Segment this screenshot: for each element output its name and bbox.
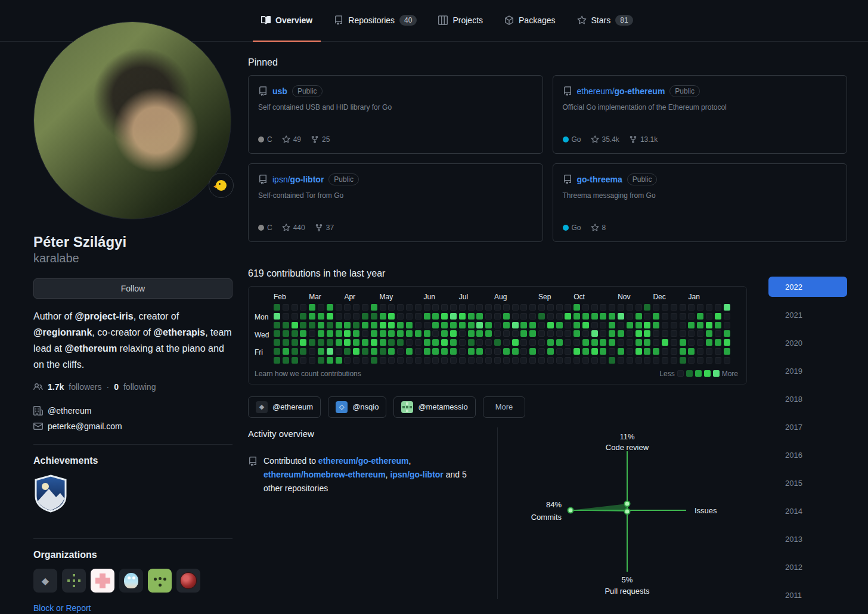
contribution-cell[interactable]	[292, 357, 298, 364]
contribution-cell[interactable]	[424, 330, 430, 337]
contribution-cell[interactable]	[283, 357, 289, 364]
contribution-cell[interactable]	[344, 313, 351, 320]
contribution-cell[interactable]	[459, 330, 466, 337]
contribution-cell[interactable]	[274, 304, 280, 311]
repo-fork-stat[interactable]: 25	[311, 135, 330, 144]
tab-repositories[interactable]: Repositories 40	[326, 0, 425, 42]
contribution-cell[interactable]	[327, 304, 333, 311]
contribution-cell[interactable]	[715, 339, 721, 346]
contribution-cell[interactable]	[336, 304, 342, 311]
contribution-cell[interactable]	[609, 357, 615, 364]
org-avatar-green-face[interactable]	[148, 569, 172, 593]
contribution-cell[interactable]	[636, 339, 642, 346]
tab-packages[interactable]: Packages	[496, 0, 563, 42]
contribution-cell[interactable]	[300, 313, 306, 320]
contribution-cell[interactable]	[397, 304, 404, 311]
contribution-cell[interactable]	[450, 322, 457, 328]
year-2018[interactable]: 2018	[768, 389, 847, 409]
contribution-cell[interactable]	[362, 322, 368, 328]
contribution-cell[interactable]	[459, 304, 466, 311]
following-count[interactable]: 0	[114, 382, 119, 392]
contribution-cell[interactable]	[459, 322, 466, 328]
contribution-cell[interactable]	[450, 339, 457, 346]
contribution-cell[interactable]	[388, 357, 395, 364]
contribution-cell[interactable]	[362, 304, 368, 311]
contribution-cell[interactable]	[450, 313, 457, 320]
contribution-cell[interactable]	[671, 357, 677, 364]
contribution-cell[interactable]	[424, 313, 430, 320]
contribution-cell[interactable]	[336, 357, 342, 364]
contribution-cell[interactable]	[538, 348, 545, 355]
contribution-cell[interactable]	[653, 339, 659, 346]
contribution-cell[interactable]	[636, 313, 642, 320]
contribution-cell[interactable]	[547, 348, 554, 355]
year-2012[interactable]: 2012	[768, 557, 847, 577]
follow-button[interactable]: Follow	[33, 278, 232, 299]
contribution-cell[interactable]	[600, 330, 606, 337]
contribution-cell[interactable]	[485, 339, 492, 346]
contribution-cell[interactable]	[724, 330, 730, 337]
contribution-cell[interactable]	[618, 304, 624, 311]
contribution-cell[interactable]	[547, 313, 554, 320]
contribution-cell[interactable]	[388, 322, 395, 328]
repo-link[interactable]: usb	[272, 86, 287, 96]
contribution-cell[interactable]	[715, 348, 721, 355]
contribution-cell[interactable]	[441, 330, 448, 337]
contribution-cell[interactable]	[353, 357, 359, 364]
contribution-cell[interactable]	[609, 330, 615, 337]
contribution-cell[interactable]	[538, 339, 545, 346]
contribution-cell[interactable]	[476, 322, 483, 328]
contribution-cell[interactable]	[644, 322, 650, 328]
contribution-cell[interactable]	[574, 304, 580, 311]
year-2017[interactable]: 2017	[768, 417, 847, 437]
contribution-cell[interactable]	[538, 330, 545, 337]
contribution-cell[interactable]	[292, 330, 298, 337]
contribution-cell[interactable]	[397, 357, 404, 364]
contribution-cell[interactable]	[476, 357, 483, 364]
org-filter-metamessio[interactable]: @metamessio	[393, 396, 475, 418]
year-2022[interactable]: 2022	[768, 277, 847, 297]
contribution-cell[interactable]	[556, 339, 563, 346]
contribution-cell[interactable]	[724, 313, 730, 320]
contribution-cell[interactable]	[688, 348, 695, 355]
contribution-cell[interactable]	[327, 322, 333, 328]
contribution-cell[interactable]	[582, 348, 589, 355]
contribution-cell[interactable]	[609, 313, 615, 320]
contribution-cell[interactable]	[318, 322, 324, 328]
contribution-cell[interactable]	[468, 330, 475, 337]
contribution-cell[interactable]	[529, 304, 536, 311]
contribution-cell[interactable]	[618, 348, 624, 355]
activity-repo-link[interactable]: ethereum/homebrew-ethereum	[264, 470, 386, 479]
contribution-cell[interactable]	[653, 330, 659, 337]
contribution-cell[interactable]	[724, 348, 730, 355]
contribution-cell[interactable]	[432, 322, 439, 328]
activity-repo-link[interactable]: ethereum/go-ethereum	[318, 456, 409, 466]
contribution-cell[interactable]	[671, 313, 677, 320]
contribution-cell[interactable]	[450, 304, 457, 311]
contribution-cell[interactable]	[680, 313, 686, 320]
contribution-cell[interactable]	[476, 339, 483, 346]
contribution-cell[interactable]	[609, 322, 615, 328]
contribution-cell[interactable]	[512, 339, 519, 346]
contribution-cell[interactable]	[618, 330, 624, 337]
year-2011[interactable]: 2011	[768, 585, 847, 605]
contribution-cell[interactable]	[468, 348, 475, 355]
contribution-cell[interactable]	[362, 330, 368, 337]
contribution-cell[interactable]	[529, 322, 536, 328]
bio-mention-link[interactable]: @project-iris	[75, 311, 133, 321]
contribution-cell[interactable]	[644, 304, 650, 311]
contribution-cell[interactable]	[662, 313, 668, 320]
tab-stars[interactable]: Stars 81	[569, 0, 641, 42]
year-2013[interactable]: 2013	[768, 529, 847, 549]
contribution-cell[interactable]	[309, 322, 315, 328]
contribution-cell[interactable]	[688, 304, 695, 311]
contribution-cell[interactable]	[529, 339, 536, 346]
contribution-cell[interactable]	[609, 304, 615, 311]
org-filter-more-button[interactable]: More	[483, 396, 526, 418]
contribution-cell[interactable]	[318, 339, 324, 346]
contribution-cell[interactable]	[653, 304, 659, 311]
contribution-cell[interactable]	[353, 348, 359, 355]
contribution-cell[interactable]	[556, 348, 563, 355]
contribution-cell[interactable]	[671, 304, 677, 311]
contribution-cell[interactable]	[353, 339, 359, 346]
